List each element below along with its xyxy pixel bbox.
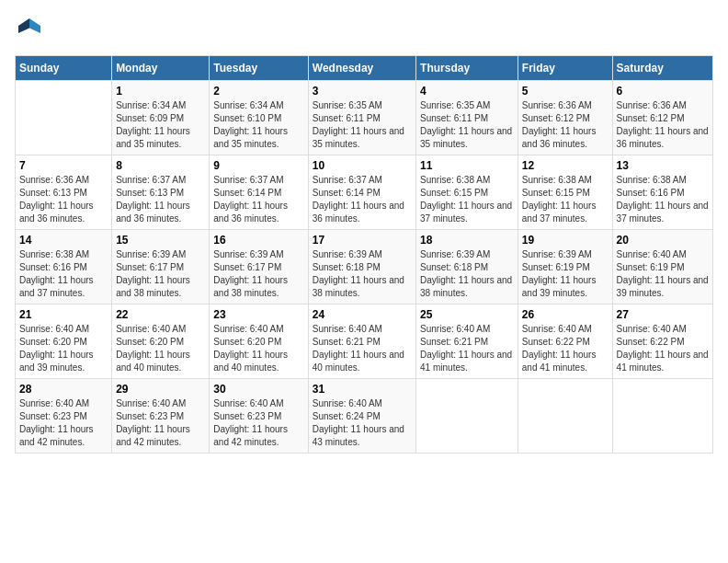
sunset-text: Sunset: 6:12 PM xyxy=(617,112,709,125)
daylight-text: Daylight: 11 hours and 42 minutes. xyxy=(213,423,303,449)
header-cell-thursday: Thursday xyxy=(416,56,518,81)
day-cell: 27 Sunrise: 6:40 AM Sunset: 6:22 PM Dayl… xyxy=(612,304,712,379)
day-info: Sunrise: 6:40 AM Sunset: 6:23 PM Dayligh… xyxy=(19,397,108,449)
daylight-text: Daylight: 11 hours and 36 minutes. xyxy=(116,200,205,225)
day-cell: 24 Sunrise: 6:40 AM Sunset: 6:21 PM Dayl… xyxy=(308,304,415,379)
day-info: Sunrise: 6:35 AM Sunset: 6:11 PM Dayligh… xyxy=(313,99,412,151)
day-info: Sunrise: 6:40 AM Sunset: 6:20 PM Dayligh… xyxy=(116,323,205,374)
day-info: Sunrise: 6:35 AM Sunset: 6:11 PM Dayligh… xyxy=(420,99,514,151)
sunrise-text: Sunrise: 6:35 AM xyxy=(313,99,412,112)
day-number: 12 xyxy=(522,159,609,172)
sunset-text: Sunset: 6:23 PM xyxy=(116,410,205,423)
day-cell: 1 Sunrise: 6:34 AM Sunset: 6:09 PM Dayli… xyxy=(112,81,210,155)
day-cell: 30 Sunrise: 6:40 AM Sunset: 6:23 PM Dayl… xyxy=(210,379,308,454)
sunrise-text: Sunrise: 6:36 AM xyxy=(522,99,609,112)
sunset-text: Sunset: 6:15 PM xyxy=(522,187,609,200)
day-info: Sunrise: 6:39 AM Sunset: 6:17 PM Dayligh… xyxy=(213,248,303,300)
sunset-text: Sunset: 6:22 PM xyxy=(617,336,709,349)
sunset-text: Sunset: 6:20 PM xyxy=(213,336,303,349)
sunrise-text: Sunrise: 6:40 AM xyxy=(617,323,709,336)
calendar-table: SundayMondayTuesdayWednesdayThursdayFrid… xyxy=(15,55,713,454)
day-cell: 22 Sunrise: 6:40 AM Sunset: 6:20 PM Dayl… xyxy=(112,304,210,379)
day-number: 16 xyxy=(213,234,303,247)
day-number: 20 xyxy=(617,234,709,247)
day-number: 17 xyxy=(313,234,412,247)
day-number: 30 xyxy=(213,383,303,396)
daylight-text: Daylight: 11 hours and 38 minutes. xyxy=(116,274,205,300)
week-row-5: 28 Sunrise: 6:40 AM Sunset: 6:23 PM Dayl… xyxy=(16,379,713,454)
sunrise-text: Sunrise: 6:40 AM xyxy=(522,323,609,336)
daylight-text: Daylight: 11 hours and 40 minutes. xyxy=(313,349,412,374)
day-info: Sunrise: 6:40 AM Sunset: 6:20 PM Dayligh… xyxy=(19,323,108,374)
day-number: 6 xyxy=(617,85,709,98)
week-row-3: 14 Sunrise: 6:38 AM Sunset: 6:16 PM Dayl… xyxy=(16,230,713,304)
day-info: Sunrise: 6:36 AM Sunset: 6:12 PM Dayligh… xyxy=(617,99,709,151)
daylight-text: Daylight: 11 hours and 38 minutes. xyxy=(420,274,514,300)
daylight-text: Daylight: 11 hours and 35 minutes. xyxy=(313,125,412,151)
sunrise-text: Sunrise: 6:39 AM xyxy=(522,248,609,261)
day-info: Sunrise: 6:34 AM Sunset: 6:09 PM Dayligh… xyxy=(116,99,205,151)
daylight-text: Daylight: 11 hours and 43 minutes. xyxy=(313,423,412,449)
day-info: Sunrise: 6:40 AM Sunset: 6:22 PM Dayligh… xyxy=(617,323,709,374)
daylight-text: Daylight: 11 hours and 35 minutes. xyxy=(420,125,514,151)
day-cell: 4 Sunrise: 6:35 AM Sunset: 6:11 PM Dayli… xyxy=(416,81,518,155)
sunset-text: Sunset: 6:14 PM xyxy=(313,187,412,200)
sunrise-text: Sunrise: 6:40 AM xyxy=(116,397,205,410)
day-info: Sunrise: 6:40 AM Sunset: 6:22 PM Dayligh… xyxy=(522,323,609,374)
week-row-2: 7 Sunrise: 6:36 AM Sunset: 6:13 PM Dayli… xyxy=(16,155,713,230)
day-info: Sunrise: 6:37 AM Sunset: 6:14 PM Dayligh… xyxy=(213,174,303,225)
svg-marker-0 xyxy=(29,18,40,33)
sunrise-text: Sunrise: 6:39 AM xyxy=(313,248,412,261)
daylight-text: Daylight: 11 hours and 40 minutes. xyxy=(116,349,205,374)
day-number: 22 xyxy=(116,308,205,321)
sunrise-text: Sunrise: 6:37 AM xyxy=(313,174,412,187)
day-info: Sunrise: 6:37 AM Sunset: 6:13 PM Dayligh… xyxy=(116,174,205,225)
day-number: 14 xyxy=(19,234,108,247)
logo-icon xyxy=(15,15,44,44)
page-header xyxy=(15,15,713,44)
day-cell: 2 Sunrise: 6:34 AM Sunset: 6:10 PM Dayli… xyxy=(210,81,308,155)
day-info: Sunrise: 6:40 AM Sunset: 6:23 PM Dayligh… xyxy=(213,397,303,449)
daylight-text: Daylight: 11 hours and 36 minutes. xyxy=(617,125,709,151)
sunset-text: Sunset: 6:15 PM xyxy=(420,187,514,200)
daylight-text: Daylight: 11 hours and 37 minutes. xyxy=(617,200,709,225)
day-info: Sunrise: 6:39 AM Sunset: 6:17 PM Dayligh… xyxy=(116,248,205,300)
daylight-text: Daylight: 11 hours and 36 minutes. xyxy=(213,200,303,225)
day-info: Sunrise: 6:36 AM Sunset: 6:12 PM Dayligh… xyxy=(522,99,609,151)
daylight-text: Daylight: 11 hours and 36 minutes. xyxy=(313,200,412,225)
calendar-header: SundayMondayTuesdayWednesdayThursdayFrid… xyxy=(16,56,713,81)
day-info: Sunrise: 6:40 AM Sunset: 6:24 PM Dayligh… xyxy=(313,397,412,449)
daylight-text: Daylight: 11 hours and 36 minutes. xyxy=(19,200,108,225)
day-cell xyxy=(16,81,112,155)
day-number: 4 xyxy=(420,85,514,98)
sunrise-text: Sunrise: 6:40 AM xyxy=(19,397,108,410)
day-cell: 17 Sunrise: 6:39 AM Sunset: 6:18 PM Dayl… xyxy=(308,230,415,304)
sunrise-text: Sunrise: 6:34 AM xyxy=(213,99,303,112)
day-info: Sunrise: 6:39 AM Sunset: 6:18 PM Dayligh… xyxy=(420,248,514,300)
daylight-text: Daylight: 11 hours and 42 minutes. xyxy=(19,423,108,449)
day-number: 18 xyxy=(420,234,514,247)
sunrise-text: Sunrise: 6:40 AM xyxy=(19,323,108,336)
svg-marker-1 xyxy=(18,18,29,33)
day-number: 2 xyxy=(213,85,303,98)
day-cell: 10 Sunrise: 6:37 AM Sunset: 6:14 PM Dayl… xyxy=(308,155,415,230)
day-number: 29 xyxy=(116,383,205,396)
day-info: Sunrise: 6:40 AM Sunset: 6:20 PM Dayligh… xyxy=(213,323,303,374)
day-info: Sunrise: 6:37 AM Sunset: 6:14 PM Dayligh… xyxy=(313,174,412,225)
sunrise-text: Sunrise: 6:40 AM xyxy=(420,323,514,336)
day-number: 3 xyxy=(313,85,412,98)
sunset-text: Sunset: 6:16 PM xyxy=(19,261,108,274)
day-number: 24 xyxy=(313,308,412,321)
day-cell: 5 Sunrise: 6:36 AM Sunset: 6:12 PM Dayli… xyxy=(518,81,612,155)
daylight-text: Daylight: 11 hours and 38 minutes. xyxy=(313,274,412,300)
sunrise-text: Sunrise: 6:40 AM xyxy=(617,248,709,261)
calendar-body: 1 Sunrise: 6:34 AM Sunset: 6:09 PM Dayli… xyxy=(16,81,713,454)
daylight-text: Daylight: 11 hours and 41 minutes. xyxy=(420,349,514,374)
day-number: 5 xyxy=(522,85,609,98)
sunset-text: Sunset: 6:11 PM xyxy=(420,112,514,125)
day-number: 25 xyxy=(420,308,514,321)
daylight-text: Daylight: 11 hours and 39 minutes. xyxy=(522,274,609,300)
daylight-text: Daylight: 11 hours and 35 minutes. xyxy=(213,125,303,151)
day-number: 26 xyxy=(522,308,609,321)
day-number: 21 xyxy=(19,308,108,321)
